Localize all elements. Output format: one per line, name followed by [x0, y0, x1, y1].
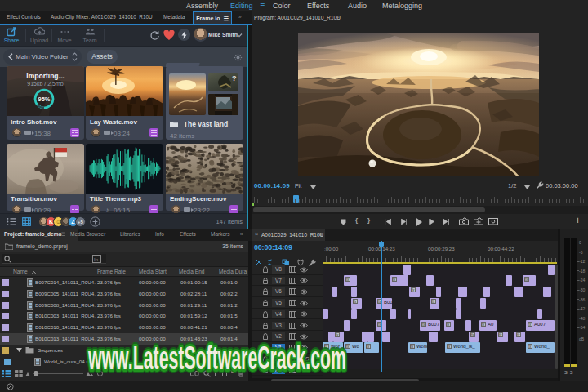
svg-text:www.LatestSoftwareCrack.com: www.LatestSoftwareCrack.com [87, 340, 346, 376]
svg-text:95%: 95% [38, 96, 50, 103]
svg-text:In: In [94, 257, 98, 262]
svg-text:?: ? [232, 74, 237, 82]
